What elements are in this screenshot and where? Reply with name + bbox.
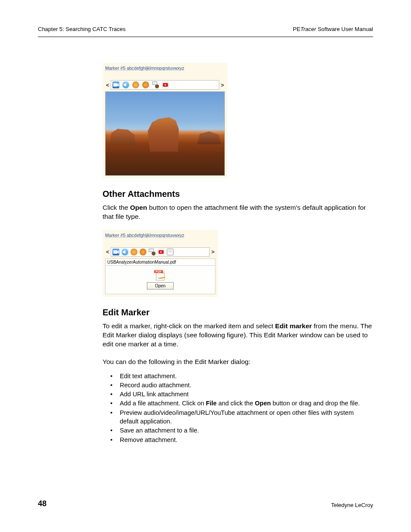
marker-title: Marker #5 abcdefghijklmnopqrstuvwxyz xyxy=(105,233,215,238)
pdf-icon: PDF xyxy=(155,269,165,279)
page-header: Chapter 5: Searching CATC Traces PETrace… xyxy=(38,26,373,37)
audio-icon[interactable] xyxy=(122,81,129,88)
svg-marker-6 xyxy=(117,250,119,254)
heading-edit-marker: Edit Marker xyxy=(103,308,373,317)
prev-arrow[interactable]: < xyxy=(105,249,110,255)
page-content: Marker #5 abcdefghijklmnopqrstuvwxyz < > xyxy=(38,37,373,444)
list-item: Add a file attachment. Click on File and… xyxy=(110,399,373,408)
edit-marker-list: Edit text attachment. Record audio attac… xyxy=(103,372,373,444)
svg-rect-5 xyxy=(113,250,117,254)
edit-marker-paragraph-2: You can do the following in the Edit Mar… xyxy=(103,358,373,367)
attachment-filename: USBAnalyzerAutomationManual.pdf xyxy=(105,258,215,266)
globe-icon[interactable] xyxy=(132,81,139,88)
other-attachments-paragraph: Click the Open button to open the attach… xyxy=(103,203,373,221)
header-manual-title: PETracer Software User Manual xyxy=(293,26,373,32)
audio-icon[interactable] xyxy=(121,249,128,255)
figure-marker-pdf-preview: Marker #5 abcdefghijklmnopqrstuvwxyz < xyxy=(103,230,218,297)
footer-company: Teledyne LeCroy xyxy=(331,502,373,508)
svg-marker-7 xyxy=(123,250,125,254)
marker-title: Marker #5 abcdefghijklmnopqrstuvwxyz xyxy=(105,65,225,71)
svg-rect-0 xyxy=(113,83,117,87)
attachment-image-preview xyxy=(105,91,225,176)
youtube-icon[interactable] xyxy=(158,249,165,255)
file-icon[interactable] xyxy=(167,249,174,255)
list-item: Record audio attachment. xyxy=(110,381,373,389)
svg-rect-12 xyxy=(168,251,171,252)
attachment-toolbar: < > xyxy=(105,247,215,257)
attachment-toolbar: < > xyxy=(105,80,225,90)
video-icon[interactable] xyxy=(112,81,119,88)
image-icon[interactable] xyxy=(149,249,156,255)
figure-marker-image-preview: Marker #5 abcdefghijklmnopqrstuvwxyz < > xyxy=(103,63,227,178)
edit-marker-paragraph-1: To edit a marker, right-click on the mar… xyxy=(103,322,373,349)
svg-marker-2 xyxy=(124,83,126,87)
next-arrow[interactable]: > xyxy=(210,249,215,255)
youtube-icon[interactable] xyxy=(162,81,169,88)
next-arrow[interactable]: > xyxy=(220,82,225,88)
page-number: 48 xyxy=(38,499,47,508)
heading-other-attachments: Other Attachments xyxy=(103,189,373,199)
svg-marker-1 xyxy=(117,83,119,87)
video-icon[interactable] xyxy=(112,249,119,255)
pdf-preview-block: PDF Open xyxy=(105,266,215,294)
prev-arrow[interactable]: < xyxy=(105,82,110,88)
list-item: Remove attachment. xyxy=(110,436,373,444)
globe-alt-icon[interactable] xyxy=(140,249,146,255)
list-item: Save an attachment to a file. xyxy=(110,426,373,435)
list-item: Preview audio/video/image/URL/YouTube at… xyxy=(110,408,373,426)
list-item: Add URL link attachment xyxy=(110,390,373,398)
page-footer: 48 Teledyne LeCroy xyxy=(38,499,373,508)
globe-alt-icon[interactable] xyxy=(142,81,149,88)
svg-rect-13 xyxy=(168,252,171,252)
header-chapter: Chapter 5: Searching CATC Traces xyxy=(38,26,126,32)
image-icon[interactable] xyxy=(152,81,159,88)
globe-icon[interactable] xyxy=(131,249,137,255)
open-button[interactable]: Open xyxy=(147,282,174,289)
icon-bar xyxy=(111,247,210,257)
svg-rect-11 xyxy=(168,250,171,251)
list-item: Edit text attachment. xyxy=(110,372,373,380)
icon-bar xyxy=(111,80,220,90)
